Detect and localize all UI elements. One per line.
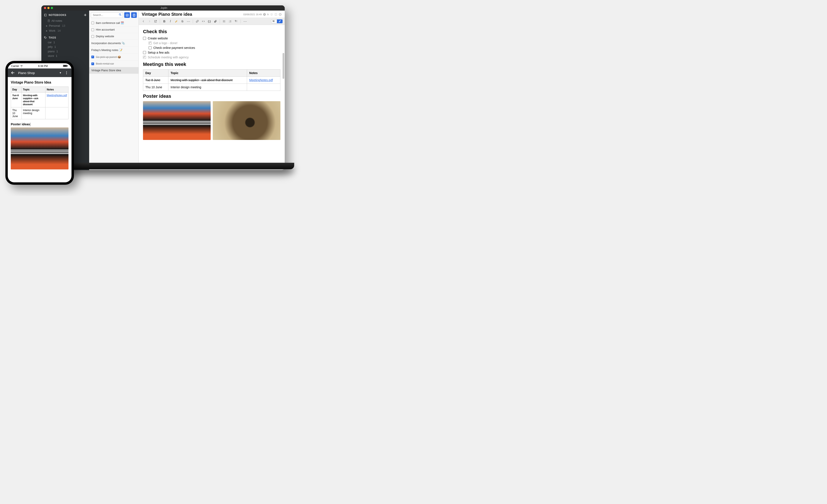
- notes-icon: [47, 19, 50, 22]
- add-notebook-button[interactable]: +: [84, 13, 87, 17]
- editor-content[interactable]: Check this Create websiteGet a logo - do…: [139, 25, 285, 162]
- notebook-label: Work: [49, 29, 55, 32]
- search-icon[interactable]: [119, 13, 122, 16]
- todo-checkbox[interactable]: [91, 56, 94, 58]
- tag-jelly[interactable]: jelly1: [41, 45, 89, 49]
- minimize-window-button[interactable]: [47, 7, 50, 9]
- attachment-button[interactable]: [213, 19, 218, 24]
- note-list-item[interactable]: Incorporation documents 📎: [89, 40, 139, 47]
- note-list-item[interactable]: 8am conference call 🗓️: [89, 19, 139, 27]
- checklist-row: Schedule meeting with agency: [143, 56, 280, 59]
- todo-checkbox[interactable]: [91, 62, 94, 65]
- note-list-label: Friday's Meeting notes 📝: [91, 48, 123, 52]
- tag-piano[interactable]: piano1: [41, 49, 89, 54]
- chevron-right-icon: ▸: [46, 24, 48, 27]
- note-list-item[interactable]: Hire accountant: [89, 27, 139, 33]
- richtext-mode-button[interactable]: [277, 19, 283, 23]
- tag-label: jelly: [48, 45, 53, 48]
- notebook-personal[interactable]: ▸ Personal 13: [41, 23, 89, 28]
- svg-text:3: 3: [229, 22, 230, 23]
- table-row: Thu 10 JuneInterior design meeting: [11, 107, 68, 119]
- strikethrough-button[interactable]: S: [180, 19, 185, 24]
- checklist-button[interactable]: [234, 19, 239, 24]
- spell-lang[interactable]: fr: [267, 13, 269, 16]
- window-titlebar: Joplin: [41, 5, 285, 10]
- wifi-icon: [20, 65, 23, 67]
- attachment-link[interactable]: MeetingNotes.pdf: [47, 94, 67, 97]
- phone-note-body[interactable]: Vintage Piano Store Idea Day Topic Notes…: [8, 77, 71, 182]
- editor-mode-toggle[interactable]: M↓: [271, 19, 283, 23]
- checklist-checkbox[interactable]: [149, 42, 152, 45]
- notebook-label: Personal: [49, 24, 60, 27]
- tag-label: car: [48, 41, 52, 44]
- tag-store[interactable]: store1: [41, 54, 89, 58]
- new-note-button[interactable]: [131, 12, 137, 18]
- checklist-checkbox[interactable]: [143, 51, 146, 54]
- search-input[interactable]: [91, 12, 123, 18]
- note-list-label: 8am conference call 🗓️: [96, 21, 124, 24]
- todo-checkbox[interactable]: [91, 29, 94, 31]
- mobile-device: Carrier 6:38 PM Piano Shop ▼ Vintage Pia…: [5, 61, 74, 185]
- carrier-label: Carrier: [11, 64, 19, 67]
- note-list-item[interactable]: Deploy website: [89, 33, 139, 40]
- notebook-work[interactable]: ▸ Work 14: [41, 28, 89, 33]
- checklist-checkbox[interactable]: [143, 37, 146, 40]
- heading-poster: Poster ideas: [143, 93, 280, 99]
- highlight-button[interactable]: [174, 19, 179, 24]
- new-todo-button[interactable]: [124, 12, 130, 18]
- back-arrow-icon[interactable]: [11, 70, 15, 75]
- checklist-checkbox[interactable]: [143, 56, 146, 59]
- phone-header: Piano Shop ▼: [8, 68, 71, 77]
- table-row: Tue 8 JuneMeeting with supplier - ask ab…: [11, 93, 68, 107]
- more-format-button[interactable]: ⋯: [186, 19, 191, 24]
- note-list-item[interactable]: Go pick up parcel 📦: [89, 54, 139, 60]
- all-notes-label: All notes: [51, 19, 62, 22]
- checklist-label: Get a logo - done!: [153, 41, 178, 45]
- table-cell: [45, 107, 68, 119]
- info-icon[interactable]: [279, 13, 282, 16]
- numbered-list-button[interactable]: 123: [228, 19, 233, 24]
- external-link-button[interactable]: [153, 19, 158, 24]
- bold-button[interactable]: B: [162, 19, 167, 24]
- note-list-item[interactable]: Friday's Meeting notes 📝: [89, 47, 139, 54]
- dropdown-icon[interactable]: ▼: [59, 71, 62, 74]
- note-list-item[interactable]: Book rental car: [89, 60, 139, 67]
- more-menu-icon[interactable]: [65, 71, 68, 75]
- tag-count: 1: [54, 45, 56, 48]
- maximize-window-button[interactable]: [51, 7, 53, 9]
- chevron-right-icon: ▸: [46, 29, 48, 32]
- close-window-button[interactable]: [44, 7, 46, 9]
- desktop-window: Joplin NOTEBOOKS + All notes ▸ Personal …: [41, 5, 285, 170]
- alarm-icon[interactable]: [270, 13, 273, 16]
- nav-forward-button[interactable]: [147, 19, 152, 24]
- todo-checkbox[interactable]: [91, 35, 94, 38]
- more-insert-button[interactable]: ⋯: [243, 19, 248, 24]
- notebook-count: 13: [62, 24, 65, 27]
- todo-checkbox[interactable]: [91, 21, 94, 24]
- globe-icon[interactable]: [263, 13, 266, 16]
- svg-point-6: [119, 13, 120, 15]
- note-title[interactable]: Vintage Piano Store idea: [142, 12, 241, 17]
- link-button[interactable]: [195, 19, 200, 24]
- all-notes-item[interactable]: All notes: [41, 18, 89, 23]
- scrollbar[interactable]: [283, 53, 284, 79]
- bullet-list-button[interactable]: [222, 19, 227, 24]
- layout-icon[interactable]: [274, 13, 277, 16]
- nav-back-button[interactable]: [141, 19, 146, 24]
- phone-status-bar: Carrier 6:38 PM: [8, 63, 71, 67]
- markdown-mode-button[interactable]: M↓: [271, 19, 277, 23]
- editor-toolbar: B I S ⋯ {;} 123 ⋯ M↓: [139, 18, 285, 25]
- attachment-link[interactable]: MeetingNotes.pdf: [249, 79, 273, 82]
- note-list-item[interactable]: Vintage Piano Store idea: [89, 67, 139, 74]
- code-button[interactable]: [201, 19, 206, 24]
- italic-button[interactable]: I: [168, 19, 173, 24]
- code-block-button[interactable]: {;}: [207, 19, 212, 24]
- phone-time: 6:38 PM: [38, 64, 48, 67]
- checklist-checkbox[interactable]: [149, 46, 152, 49]
- note-list-label: Incorporation documents 📎: [91, 42, 125, 45]
- checklist-label: Check online payment services: [153, 46, 195, 50]
- svg-point-42: [66, 71, 67, 72]
- table-cell: Thu 10 June: [11, 107, 22, 119]
- checklist-row: Check online payment services: [149, 46, 280, 50]
- tag-car[interactable]: car1: [41, 40, 89, 45]
